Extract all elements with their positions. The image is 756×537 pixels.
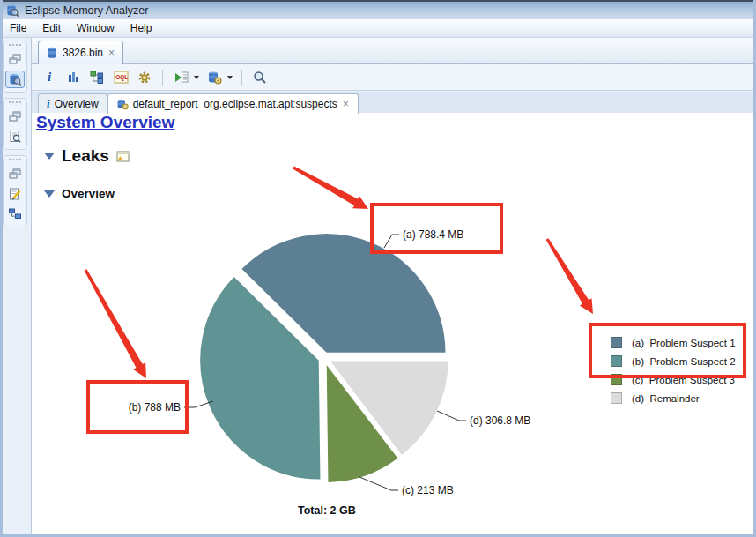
inspector-icon[interactable] bbox=[5, 128, 25, 145]
toolbar-separator bbox=[241, 70, 242, 86]
gear-icon bbox=[137, 71, 152, 85]
info-icon: i bbox=[47, 97, 50, 111]
tab-suspects-report[interactable]: default_report org.eclipse.mat.api:suspe… bbox=[107, 93, 359, 114]
drag-handle[interactable] bbox=[9, 44, 21, 46]
close-icon[interactable]: × bbox=[342, 98, 350, 110]
histogram-button[interactable] bbox=[64, 68, 82, 87]
search-icon bbox=[253, 71, 267, 85]
drag-handle[interactable] bbox=[9, 101, 21, 103]
run-expert-report-button[interactable] bbox=[172, 68, 189, 87]
sidebar-group-2 bbox=[3, 98, 27, 150]
legend-item-d: (d) Remainder bbox=[611, 392, 736, 404]
query-browser-button[interactable] bbox=[205, 68, 223, 87]
query-browser-icon bbox=[207, 71, 222, 85]
menu-help[interactable]: Help bbox=[122, 20, 160, 36]
notes-icon[interactable] bbox=[5, 185, 25, 203]
sidebar bbox=[0, 38, 32, 537]
restore-pane-icon[interactable] bbox=[5, 165, 25, 183]
toolbar-separator bbox=[162, 70, 163, 86]
editor-area: 3826.bin × i bbox=[32, 38, 756, 537]
run-expert-report-icon bbox=[174, 71, 189, 84]
tab-label: 3826.bin bbox=[63, 47, 103, 59]
heap-search-icon[interactable] bbox=[5, 71, 25, 88]
heap-dump-icon bbox=[46, 47, 58, 59]
sidebar-group-3 bbox=[3, 155, 27, 227]
window-title: Eclipse Memory Analyzer bbox=[25, 4, 148, 17]
annotation-box-legend bbox=[589, 323, 746, 378]
leader-line-d bbox=[437, 411, 466, 421]
annotation-box-label-a bbox=[370, 203, 503, 254]
slice-label-d: (d) 306.8 MB bbox=[470, 414, 530, 427]
svg-text:OQL: OQL bbox=[115, 74, 128, 81]
dominator-tree-icon bbox=[90, 71, 104, 84]
annotation-box-label-b bbox=[86, 380, 189, 434]
menubar: File Edit Window Help bbox=[0, 19, 756, 38]
dominator-tree-button[interactable] bbox=[88, 68, 106, 87]
report-icon bbox=[116, 98, 129, 110]
menu-edit[interactable]: Edit bbox=[34, 20, 69, 36]
editor-tab-bar: 3826.bin × bbox=[32, 38, 756, 64]
gear-button[interactable] bbox=[136, 68, 153, 87]
restore-pane-icon[interactable] bbox=[5, 108, 25, 125]
slice-label-c: (c) 213 MB bbox=[402, 484, 454, 496]
dropdown-arrow-icon[interactable] bbox=[227, 76, 233, 79]
histogram-icon bbox=[67, 71, 80, 84]
app-icon bbox=[5, 4, 19, 18]
oql-icon: OQL bbox=[114, 71, 129, 84]
titlebar: Eclipse Memory Analyzer bbox=[0, 0, 756, 19]
sidebar-group-1 bbox=[3, 41, 27, 93]
menu-window[interactable]: Window bbox=[69, 20, 122, 36]
leader-line-c bbox=[359, 477, 398, 490]
result-tab-bar: i Overview default_report org.eclipse.ma… bbox=[32, 92, 756, 113]
legend-swatch bbox=[611, 392, 622, 404]
info-button[interactable]: i bbox=[41, 68, 58, 87]
tab-overview[interactable]: i Overview bbox=[38, 93, 107, 113]
chart-total-label: Total: 2 GB bbox=[298, 504, 356, 517]
menu-file[interactable]: File bbox=[2, 20, 34, 36]
info-icon: i bbox=[48, 70, 51, 85]
tab-label: Overview bbox=[55, 98, 99, 110]
restore-pane-icon[interactable] bbox=[5, 50, 25, 68]
toolbar: i OQL bbox=[32, 64, 756, 91]
tab-heap-dump[interactable]: 3826.bin × bbox=[38, 41, 123, 64]
drag-handle[interactable] bbox=[9, 159, 21, 160]
search-button[interactable] bbox=[251, 68, 269, 87]
tab-label: default_report org.eclipse.mat.api:suspe… bbox=[133, 98, 337, 110]
report-content: System Overview Leaks Overview (a) 788.4… bbox=[32, 113, 756, 537]
oql-button[interactable]: OQL bbox=[112, 68, 130, 87]
hierarchy-icon[interactable] bbox=[5, 205, 25, 223]
dropdown-arrow-icon[interactable] bbox=[194, 76, 199, 79]
close-icon[interactable]: × bbox=[107, 47, 115, 59]
legend-label: (d) Remainder bbox=[632, 393, 700, 404]
app-window: Eclipse Memory Analyzer File Edit Window… bbox=[0, 0, 756, 537]
